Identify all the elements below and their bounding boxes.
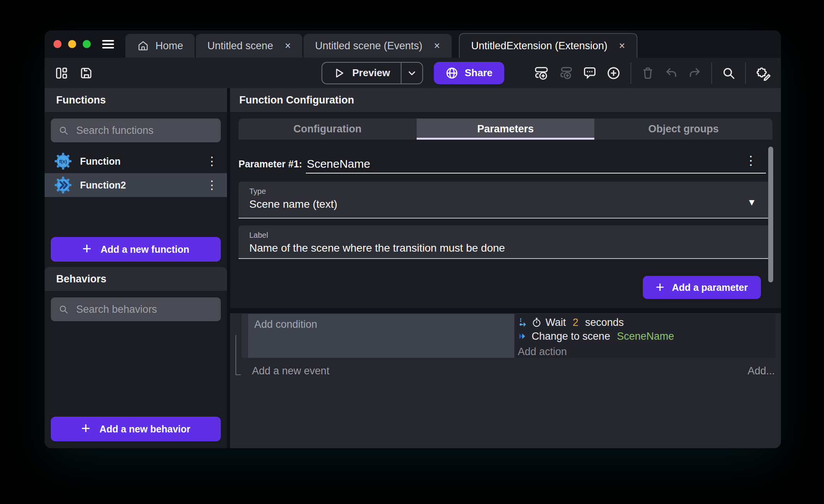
function-list-item[interactable]: f(x) Function ⋮ [45,149,227,173]
search-events-button[interactable] [722,66,736,80]
desktop-background: Home Untitled scene × Untitled scene (Ev… [0,0,824,504]
type-select[interactable]: Type Scene name (text) ▼ [239,182,772,219]
search-icon [722,66,736,80]
search-behaviors-box[interactable] [51,297,221,321]
app-window: Home Untitled scene × Untitled scene (Ev… [45,30,781,448]
tab-configuration[interactable]: Configuration [239,118,417,140]
tab-bar: Home Untitled scene × Untitled scene (Ev… [45,30,781,58]
close-icon[interactable]: × [434,40,440,52]
function2-gear-icon [54,176,72,194]
add-new-event-link[interactable]: Add a new event [252,365,329,377]
behaviors-list-empty-space [45,321,227,417]
tab-home[interactable]: Home [125,34,195,58]
add-more-link[interactable]: Add... [747,365,775,377]
kebab-menu-icon[interactable]: ⋮ [206,155,218,167]
function-name: Function2 [80,180,126,191]
main-toolbar: Preview Share [45,58,781,88]
add-condition-area[interactable]: Add condition [248,314,514,358]
configuration-tabs: Configuration Parameters Object groups [239,118,772,140]
tab-label: Object groups [648,123,719,135]
label-text-field[interactable]: Label Name of the scene where the transi… [239,225,772,259]
label-field-value: Name of the scene where the transition m… [249,242,772,254]
tab-label: Untitled scene (Events) [315,40,422,52]
behaviors-title: Behaviors [56,273,107,285]
share-label: Share [465,67,492,79]
preview-options-button[interactable] [401,63,422,83]
event-handle[interactable] [242,314,248,358]
tab-label: Home [155,40,183,52]
parameter-kebab-menu-icon[interactable]: ⋮ [745,154,757,167]
menu-icon[interactable] [101,38,115,50]
scrollbar[interactable] [768,147,773,282]
save-button[interactable] [79,66,93,80]
tab-untitled-extension[interactable]: UntitledExtension (Extension) × [459,33,637,58]
add-element-button[interactable] [606,66,621,80]
add-comment-button[interactable] [583,66,597,80]
play-icon [333,67,345,79]
parameter-row: Parameter #1: ⋮ [239,153,772,174]
delete-button[interactable] [641,66,655,80]
stopwatch-icon [532,317,542,327]
action-value: SceneName [617,330,674,342]
functions-list-empty-space [45,197,227,237]
toolbar-left-group [55,66,93,80]
redo-button[interactable] [688,66,702,80]
share-button[interactable]: Share [434,62,504,84]
action-value: 2 [573,317,579,329]
close-icon[interactable]: × [285,40,291,52]
minimize-window-button[interactable] [68,40,76,48]
event-actions-area: Wait 2 seconds Change to scene SceneName… [515,314,776,358]
search-functions-input[interactable] [75,124,213,137]
search-icon [58,125,68,136]
add-subevent-icon [559,66,573,80]
add-subevent-button[interactable] [559,66,573,80]
tab-untitled-scene[interactable]: Untitled scene × [196,34,302,58]
toolbar-divider [711,62,712,84]
add-event-button[interactable] [534,66,549,80]
panel-divider [227,88,230,448]
tab-object-groups[interactable]: Object groups [594,118,772,140]
add-function-button[interactable]: + Add a new function [51,237,221,262]
preview-label: Preview [352,67,390,79]
tab-parameters[interactable]: Parameters [417,118,595,140]
search-functions-box[interactable] [51,118,221,142]
event-bracket [235,335,241,375]
parameter-name-input[interactable] [306,157,766,174]
globe-icon [445,67,459,80]
function-name: Function [80,156,121,167]
plus-icon: + [81,421,90,436]
undo-button[interactable] [664,66,678,80]
add-parameter-button[interactable]: + Add a parameter [643,276,761,299]
function-gear-icon: f(x) [54,152,72,170]
change-scene-action-row[interactable]: Change to scene SceneName [518,330,776,343]
sidebar: Functions f(x) Function ⋮ [45,88,227,448]
preview-button[interactable]: Preview [322,63,401,83]
kebab-menu-icon[interactable]: ⋮ [206,179,218,191]
search-behaviors-input[interactable] [75,303,213,316]
edit-extension-button[interactable] [756,65,771,81]
add-function-label: Add a new function [100,244,189,255]
function-list-item-selected[interactable]: Function2 ⋮ [45,173,227,197]
redo-icon [688,66,702,80]
maximize-window-button[interactable] [83,40,91,48]
tab-label: UntitledExtension (Extension) [471,40,607,52]
panel-divider [230,308,781,313]
action-text: Wait [545,317,569,329]
add-parameter-label: Add a parameter [672,282,748,293]
wait-action-row[interactable]: Wait 2 seconds [518,316,776,329]
async-icon [518,317,528,327]
change-scene-icon [518,331,528,341]
tab-label: Untitled scene [207,40,273,52]
close-window-button[interactable] [53,40,62,48]
preview-split-button: Preview [322,62,423,84]
close-icon[interactable]: × [619,40,625,52]
add-behavior-label: Add a new behavior [100,424,190,435]
svg-text:f(x): f(x) [59,159,67,164]
functions-section-header: Functions [45,88,227,112]
add-action-link[interactable]: Add action [518,345,776,358]
toolbar-right-group [534,62,771,84]
tab-untitled-scene-events[interactable]: Untitled scene (Events) × [304,34,452,58]
add-behavior-button[interactable]: + Add a new behavior [51,417,221,441]
open-project-manager-button[interactable] [55,66,68,80]
toolbar-divider [745,62,746,84]
